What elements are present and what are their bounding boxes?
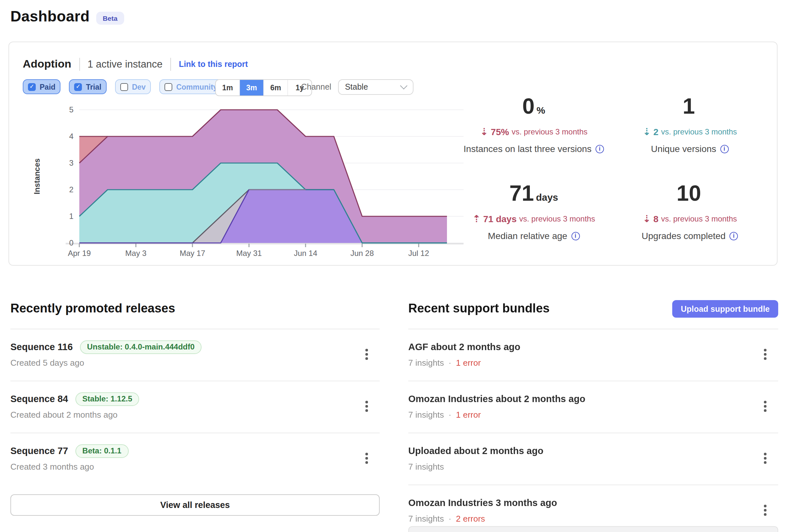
svg-text:May 17: May 17 — [180, 249, 205, 258]
adoption-chart: 012345InstancesApr 19May 3May 17May 31Ju… — [33, 104, 469, 264]
release-row[interactable]: Sequence 77 Beta: 0.1.1 Created 3 months… — [10, 433, 380, 485]
channel-control: Channel Stable — [301, 79, 413, 95]
bundle-row[interactable]: AGF about 2 months ago 7 insights · 1 er… — [408, 329, 778, 381]
bundle-errors: 1 error — [456, 358, 481, 368]
range-1m[interactable]: 1m — [216, 80, 239, 96]
trend-up-icon: ⇡ — [472, 212, 481, 225]
instances-area-chart: 012345InstancesApr 19May 3May 17May 31Ju… — [33, 104, 469, 264]
releases-list: Sequence 116 Unstable: 0.4.0-main.444ddf… — [10, 329, 380, 485]
range-6m[interactable]: 6m — [263, 80, 287, 96]
next-section-edge — [408, 526, 778, 532]
bundle-row[interactable]: Omozan Industries about 2 months ago 7 i… — [408, 381, 778, 433]
adoption-title: Adoption — [23, 58, 71, 71]
kebab-menu-icon[interactable] — [362, 453, 372, 467]
page-title: Dashboard — [10, 8, 90, 25]
link-to-report[interactable]: Link to this report — [179, 60, 248, 69]
filter-label: Dev — [132, 83, 146, 91]
adoption-card-header: Adoption 1 active instance Link to this … — [23, 58, 248, 71]
svg-text:0: 0 — [69, 238, 73, 247]
bundle-title: Omozan Industries about 2 months ago — [408, 394, 585, 404]
stat-instances-last-versions: 0% ⇣ 75% vs. previous 3 months Instances… — [456, 94, 612, 155]
adoption-card: Adoption 1 active instance Link to this … — [8, 42, 778, 266]
bundle-row[interactable]: Uploaded about 2 months ago 7 insights · — [408, 433, 778, 485]
svg-text:4: 4 — [69, 132, 73, 141]
checkbox-icon: ✓ — [74, 83, 82, 91]
svg-text:Apr 19: Apr 19 — [68, 249, 91, 258]
active-instance-count: 1 active instance — [88, 58, 163, 70]
filter-label: Trial — [86, 83, 101, 91]
stat-median-relative-age: 71days ⇡ 71 days vs. previous 3 months M… — [456, 181, 612, 242]
time-range-group: 1m 3m 6m 1y — [215, 79, 312, 96]
delta-suffix: vs. previous 3 months — [661, 125, 737, 138]
trend-down-icon: ⇣ — [643, 125, 651, 138]
info-icon[interactable]: i — [720, 145, 729, 153]
checkbox-icon: ✓ — [164, 83, 172, 91]
range-3m[interactable]: 3m — [239, 80, 263, 96]
chevron-down-icon — [400, 82, 407, 90]
kebab-menu-icon[interactable] — [760, 349, 770, 363]
bundle-title: AGF about 2 months ago — [408, 342, 521, 352]
release-channel-badge: Beta: 0.1.1 — [75, 444, 129, 458]
delta-suffix: vs. previous 3 months — [512, 125, 587, 138]
filter-paid[interactable]: ✓ Paid — [23, 79, 61, 94]
stat-caption: Median relative age — [488, 229, 567, 242]
recent-releases-section: Recently promoted releases Sequence 116 … — [10, 301, 380, 516]
info-icon[interactable]: i — [571, 232, 580, 240]
svg-text:3: 3 — [69, 159, 73, 167]
svg-text:5: 5 — [69, 105, 73, 114]
svg-text:Instances: Instances — [33, 159, 41, 195]
divider — [79, 58, 79, 71]
filter-trial[interactable]: ✓ Trial — [69, 79, 107, 94]
svg-text:2: 2 — [69, 185, 73, 194]
filter-label: Community — [176, 83, 217, 91]
delta-value: 8 — [653, 212, 658, 225]
bundle-errors: 1 error — [456, 410, 481, 420]
kebab-menu-icon[interactable] — [760, 453, 770, 467]
delta-value: 71 days — [483, 212, 516, 225]
stat-unique-versions: 1 ⇣ 2 vs. previous 3 months Unique versi… — [612, 94, 768, 155]
release-title: Sequence 84 — [10, 394, 68, 404]
stat-caption: Instances on last three versions — [464, 142, 592, 155]
release-title: Sequence 116 — [10, 342, 73, 352]
dot-separator: · — [448, 358, 452, 368]
channel-select[interactable]: Stable — [338, 79, 413, 95]
kebab-menu-icon[interactable] — [362, 349, 372, 363]
view-all-releases-button[interactable]: View all releases — [10, 494, 380, 516]
kebab-menu-icon[interactable] — [362, 401, 372, 415]
adoption-stats: 0% ⇣ 75% vs. previous 3 months Instances… — [456, 94, 768, 242]
release-row[interactable]: Sequence 84 Stable: 1.12.5 Created about… — [10, 381, 380, 433]
filter-community[interactable]: ✓ Community — [159, 79, 223, 94]
trend-down-icon: ⇣ — [643, 212, 651, 225]
stat-unit: days — [536, 192, 558, 203]
info-icon[interactable]: i — [596, 145, 604, 153]
stat-caption: Unique versions — [651, 142, 716, 155]
channel-label: Channel — [301, 82, 331, 92]
delta-value: 75% — [491, 125, 509, 138]
filter-dev[interactable]: ✓ Dev — [115, 79, 151, 94]
stat-unit: % — [537, 104, 546, 116]
bundle-insights: 7 insights — [408, 514, 444, 524]
svg-text:May 31: May 31 — [236, 249, 262, 258]
release-created: Created 5 days ago — [10, 358, 84, 368]
stat-upgrades-completed: 10 ⇣ 8 vs. previous 3 months Upgrades co… — [612, 181, 768, 242]
release-created: Created about 2 months ago — [10, 410, 118, 420]
release-channel-badge: Stable: 1.12.5 — [75, 392, 139, 406]
kebab-menu-icon[interactable] — [760, 401, 770, 415]
upload-support-bundle-button[interactable]: Upload support bundle — [672, 300, 778, 318]
svg-text:Jun 14: Jun 14 — [294, 249, 317, 258]
release-created: Created 3 months ago — [10, 462, 94, 472]
delta-value: 2 — [653, 125, 658, 138]
bundle-insights: 7 insights — [408, 462, 444, 472]
svg-text:Jul 12: Jul 12 — [408, 249, 429, 258]
page-header: Dashboard Beta — [10, 8, 124, 25]
release-row[interactable]: Sequence 116 Unstable: 0.4.0-main.444ddf… — [10, 329, 380, 381]
beta-badge: Beta — [96, 11, 124, 24]
bundle-errors: 2 errors — [456, 514, 485, 524]
stat-value: 0 — [523, 94, 535, 118]
trend-down-icon: ⇣ — [480, 125, 488, 138]
release-title: Sequence 77 — [10, 445, 68, 456]
info-icon[interactable]: i — [730, 232, 738, 240]
dot-separator: · — [448, 514, 452, 524]
kebab-menu-icon[interactable] — [760, 505, 770, 519]
bundle-row[interactable]: Omozan Industries 3 months ago 7 insight… — [408, 485, 778, 532]
